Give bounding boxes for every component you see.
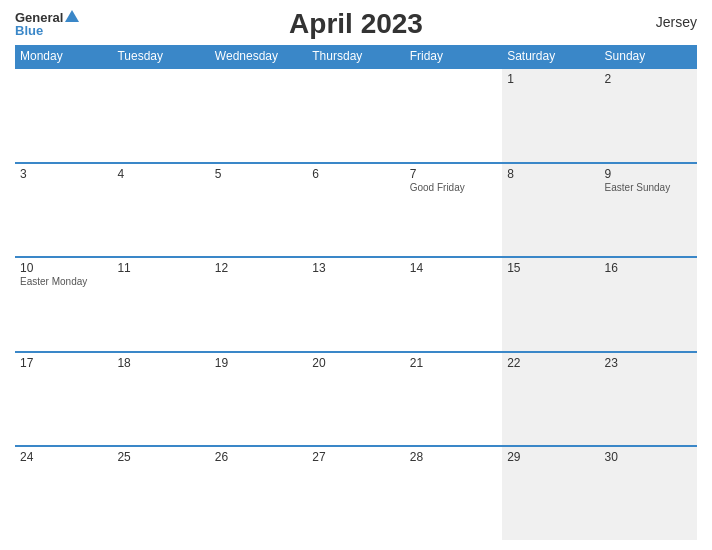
day-april-21: 21 (405, 353, 502, 446)
day-april-13: 13 (307, 258, 404, 351)
logo-text: General Blue (15, 10, 79, 37)
day-april-30: 30 (600, 447, 697, 540)
day-april-7: 7 Good Friday (405, 164, 502, 257)
day-april-3: 3 (15, 164, 112, 257)
calendar-title: April 2023 (289, 8, 423, 40)
day-april-28: 28 (405, 447, 502, 540)
header-monday: Monday (15, 45, 112, 67)
day-april-29: 29 (502, 447, 599, 540)
day-april-22: 22 (502, 353, 599, 446)
calendar-body: 1 2 3 4 5 6 (15, 67, 697, 540)
day-april-15: 15 (502, 258, 599, 351)
week-4: 17 18 19 20 21 22 23 (15, 351, 697, 446)
empty-cell (307, 69, 404, 162)
day-april-14: 14 (405, 258, 502, 351)
day-april-2: 2 (600, 69, 697, 162)
calendar-page: General Blue April 2023 Jersey Monday Tu… (0, 0, 712, 550)
day-april-20: 20 (307, 353, 404, 446)
day-april-16: 16 (600, 258, 697, 351)
logo: General Blue (15, 10, 79, 37)
day-april-4: 4 (112, 164, 209, 257)
day-april-19: 19 (210, 353, 307, 446)
header-sunday: Sunday (600, 45, 697, 67)
empty-cell (15, 69, 112, 162)
day-april-23: 23 (600, 353, 697, 446)
logo-triangle-icon (65, 10, 79, 22)
empty-cell (112, 69, 209, 162)
day-april-11: 11 (112, 258, 209, 351)
week-1: 1 2 (15, 67, 697, 162)
day-april-12: 12 (210, 258, 307, 351)
logo-general-text: General (15, 11, 63, 24)
empty-cell (405, 69, 502, 162)
logo-blue-text: Blue (15, 24, 79, 37)
day-april-9: 9 Easter Sunday (600, 164, 697, 257)
logo-top-row: General (15, 10, 79, 24)
day-april-6: 6 (307, 164, 404, 257)
calendar: Monday Tuesday Wednesday Thursday Friday… (15, 45, 697, 540)
week-3: 10 Easter Monday 11 12 13 14 15 (15, 256, 697, 351)
header: General Blue April 2023 Jersey (15, 10, 697, 37)
day-april-1: 1 (502, 69, 599, 162)
header-tuesday: Tuesday (112, 45, 209, 67)
week-5: 24 25 26 27 28 29 30 (15, 445, 697, 540)
day-april-5: 5 (210, 164, 307, 257)
week-2: 3 4 5 6 7 Good Friday 8 (15, 162, 697, 257)
empty-cell (210, 69, 307, 162)
day-april-27: 27 (307, 447, 404, 540)
day-april-8: 8 (502, 164, 599, 257)
header-friday: Friday (405, 45, 502, 67)
header-thursday: Thursday (307, 45, 404, 67)
day-april-24: 24 (15, 447, 112, 540)
header-wednesday: Wednesday (210, 45, 307, 67)
day-april-18: 18 (112, 353, 209, 446)
calendar-header: Monday Tuesday Wednesday Thursday Friday… (15, 45, 697, 67)
day-april-25: 25 (112, 447, 209, 540)
day-april-10: 10 Easter Monday (15, 258, 112, 351)
header-saturday: Saturday (502, 45, 599, 67)
region-label: Jersey (656, 14, 697, 30)
day-april-17: 17 (15, 353, 112, 446)
day-april-26: 26 (210, 447, 307, 540)
